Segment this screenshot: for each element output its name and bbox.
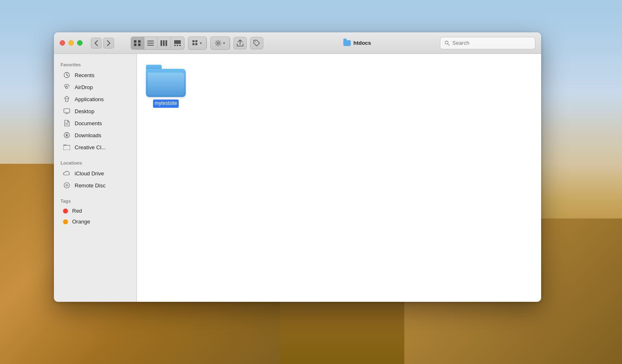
- svg-point-18: [217, 42, 219, 44]
- folder-highlight: [148, 73, 184, 95]
- svg-rect-25: [64, 109, 70, 113]
- documents-icon: [63, 119, 70, 127]
- svg-line-21: [448, 44, 449, 45]
- svg-point-23: [66, 87, 68, 89]
- view-icon-button[interactable]: [131, 37, 144, 49]
- list-view-icon: [147, 40, 154, 46]
- share-button[interactable]: [233, 37, 247, 49]
- svg-point-19: [255, 41, 255, 42]
- airdrop-icon: [63, 83, 70, 91]
- view-column-button[interactable]: [158, 37, 171, 49]
- file-grid: mytestsite: [145, 62, 533, 110]
- sidebar-item-tag-red[interactable]: Red: [56, 206, 134, 216]
- title-folder-icon: [343, 40, 351, 46]
- sidebar-item-tag-orange[interactable]: Orange: [56, 216, 134, 227]
- file-item-mytestsite[interactable]: mytestsite: [145, 62, 187, 110]
- sidebar-label-remote-disc: Remote Disc: [75, 182, 105, 189]
- view-list-button[interactable]: [144, 37, 158, 49]
- view-mode-group: [131, 36, 185, 50]
- sidebar-item-recents[interactable]: Recents: [56, 69, 134, 81]
- sidebar-label-tag-red: Red: [72, 208, 82, 214]
- svg-rect-7: [160, 40, 162, 46]
- svg-rect-1: [138, 40, 141, 43]
- svg-point-34: [66, 184, 68, 186]
- svg-rect-14: [192, 40, 194, 42]
- tags-section-label: Tags: [54, 195, 136, 205]
- tag-button[interactable]: [250, 37, 263, 49]
- window-title: htdocs: [279, 40, 435, 46]
- svg-rect-2: [134, 44, 136, 46]
- back-button[interactable]: [91, 38, 102, 49]
- view-gallery-button[interactable]: [171, 37, 184, 49]
- share-icon: [237, 39, 243, 47]
- sidebar-item-applications[interactable]: Applications: [56, 93, 134, 105]
- red-tag-dot: [63, 209, 68, 214]
- action-dropdown[interactable]: ▾: [210, 36, 230, 50]
- svg-rect-13: [179, 45, 181, 46]
- sidebar-item-icloud[interactable]: iCloud Drive: [56, 167, 134, 179]
- sidebar-label-creative-cloud: Creative Cl...: [75, 144, 106, 150]
- folder-body: [146, 69, 186, 97]
- action-main: ▾: [211, 37, 230, 49]
- minimize-button[interactable]: [68, 40, 74, 46]
- grid-icon: [192, 40, 198, 46]
- sidebar: Favorites Recents: [54, 54, 137, 302]
- svg-rect-15: [195, 40, 197, 42]
- downloads-icon: [63, 131, 70, 139]
- finder-window: ▾ ▾: [54, 32, 541, 302]
- svg-rect-10: [174, 40, 181, 44]
- creative-cloud-folder-icon: [63, 143, 70, 151]
- svg-rect-12: [177, 45, 178, 46]
- svg-rect-0: [134, 40, 136, 43]
- forward-button[interactable]: [103, 38, 114, 49]
- orange-tag-dot: [63, 219, 68, 224]
- nav-buttons: [91, 38, 114, 49]
- svg-point-33: [64, 183, 70, 188]
- title-bar: ▾ ▾: [54, 32, 541, 54]
- back-icon: [94, 40, 98, 46]
- view-options-dropdown[interactable]: ▾: [188, 36, 207, 50]
- dropdown-arrow-2: ▾: [223, 41, 225, 45]
- traffic-lights: [60, 40, 83, 46]
- svg-rect-5: [147, 43, 154, 44]
- cloud-icon: [63, 170, 70, 177]
- svg-rect-3: [138, 44, 141, 46]
- sidebar-item-downloads[interactable]: Downloads: [56, 129, 134, 141]
- sidebar-label-airdrop: AirDrop: [75, 84, 93, 90]
- search-bar[interactable]: [440, 37, 535, 49]
- file-view[interactable]: mytestsite: [137, 54, 541, 302]
- svg-rect-32: [63, 146, 70, 150]
- sidebar-label-applications: Applications: [75, 96, 104, 102]
- gallery-view-icon: [174, 40, 181, 46]
- favorites-section-label: Favorites: [54, 59, 136, 69]
- sidebar-item-remote-disc[interactable]: Remote Disc: [56, 180, 134, 191]
- svg-rect-6: [147, 45, 154, 46]
- maximize-button[interactable]: [77, 40, 83, 46]
- search-icon: [445, 40, 450, 46]
- sidebar-label-documents: Documents: [75, 120, 102, 126]
- sidebar-label-tag-orange: Orange: [72, 218, 90, 225]
- desktop-icon: [63, 107, 70, 115]
- sidebar-item-creative-cloud[interactable]: Creative Cl...: [56, 141, 134, 153]
- applications-icon: [63, 95, 70, 103]
- svg-rect-8: [163, 40, 165, 46]
- svg-rect-9: [165, 40, 167, 46]
- locations-section-label: Locations: [54, 157, 136, 167]
- folder-icon-mytestsite: [146, 65, 186, 97]
- sidebar-label-downloads: Downloads: [75, 132, 101, 138]
- sidebar-label-icloud: iCloud Drive: [75, 170, 104, 177]
- dropdown-arrow-1: ▾: [200, 41, 202, 45]
- search-input[interactable]: [452, 40, 531, 46]
- close-button[interactable]: [60, 40, 65, 46]
- gear-icon: [215, 40, 221, 46]
- sidebar-item-documents[interactable]: Documents: [56, 117, 134, 129]
- svg-rect-17: [195, 43, 197, 45]
- icon-view-icon: [134, 40, 141, 46]
- file-name-mytestsite: mytestsite: [153, 99, 179, 108]
- sidebar-label-desktop: Desktop: [75, 108, 95, 114]
- svg-rect-16: [192, 43, 194, 45]
- main-content: Favorites Recents: [54, 54, 541, 302]
- sidebar-item-airdrop[interactable]: AirDrop: [56, 81, 134, 93]
- view-options-main: ▾: [188, 37, 207, 49]
- sidebar-item-desktop[interactable]: Desktop: [56, 105, 134, 117]
